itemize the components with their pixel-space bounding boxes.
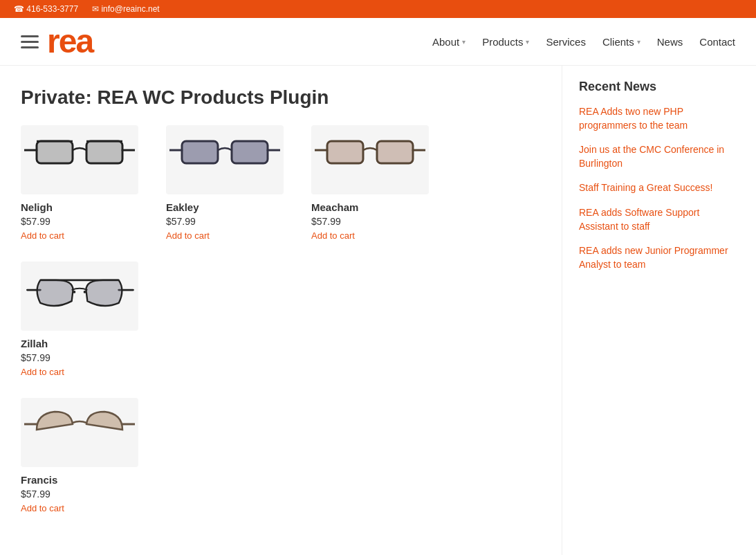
product-neligh: Neligh $57.99 Add to cart [21, 125, 152, 241]
product-image-eakley [166, 125, 284, 194]
product-price: $57.99 [311, 216, 443, 227]
product-price: $57.99 [21, 488, 152, 500]
chevron-down-icon: ▾ [526, 38, 529, 46]
nav-news[interactable]: News [657, 36, 683, 48]
hamburger-menu[interactable] [21, 35, 39, 48]
content-area: Private: REA WC Products Plugin [0, 66, 562, 555]
news-item-1: REA Adds two new PHP programmers to the … [579, 105, 739, 132]
product-name: Francis [21, 474, 152, 486]
nav-contact[interactable]: Contact [699, 36, 735, 48]
email-address: ✉ info@reainc.net [92, 4, 160, 14]
news-item-2: Join us at the CMC Conference in Burling… [579, 143, 739, 170]
product-price: $57.99 [166, 216, 297, 227]
logo-area: rea [21, 25, 93, 58]
phone-number: ☎ 416-533-3777 [14, 4, 78, 14]
add-to-cart-button[interactable]: Add to cart [21, 367, 64, 377]
product-meacham: Meacham $57.99 Add to cart [311, 125, 443, 241]
svg-rect-12 [377, 141, 413, 163]
product-row-2: Zillah $57.99 Add to cart [21, 262, 541, 377]
sidebar: Recent News REA Adds two new PHP program… [562, 66, 756, 555]
product-francis: Francis $57.99 Add to cart [21, 398, 152, 513]
product-zillah: Zillah $57.99 Add to cart [21, 262, 152, 377]
product-name: Zillah [21, 338, 152, 349]
chevron-down-icon: ▾ [462, 38, 465, 46]
svg-rect-7 [182, 141, 218, 163]
product-price: $57.99 [21, 216, 152, 227]
product-image-neligh [21, 125, 138, 194]
product-eakley: Eakley $57.99 Add to cart [166, 125, 297, 241]
top-bar: ☎ 416-533-3777 ✉ info@reainc.net [0, 0, 756, 18]
news-link-1[interactable]: REA Adds two new PHP programmers to the … [579, 106, 688, 131]
product-image-meacham [311, 125, 429, 194]
page-title: Private: REA WC Products Plugin [21, 86, 541, 109]
nav-services[interactable]: Services [546, 36, 586, 48]
main-container: Private: REA WC Products Plugin [0, 66, 756, 555]
add-to-cart-button[interactable]: Add to cart [166, 230, 210, 241]
product-price: $57.99 [21, 352, 152, 363]
news-link-5[interactable]: REA adds new Junior Programmer Analyst t… [579, 245, 728, 270]
product-row-3: Francis $57.99 Add to cart [21, 398, 541, 513]
svg-rect-11 [327, 141, 363, 163]
news-item-4: REA adds Software Support Assistant to s… [579, 206, 739, 233]
logo[interactable]: rea [47, 25, 93, 58]
svg-rect-1 [37, 141, 73, 163]
nav-products[interactable]: Products ▾ [482, 36, 529, 48]
product-name: Eakley [166, 201, 297, 213]
product-image-francis [21, 398, 138, 467]
svg-rect-2 [86, 141, 122, 163]
product-name: Meacham [311, 201, 443, 213]
news-item-5: REA adds new Junior Programmer Analyst t… [579, 244, 739, 271]
svg-rect-8 [232, 141, 268, 163]
product-image-zillah [21, 262, 138, 331]
product-row-1: Neligh $57.99 Add to cart Eakley $57.99 [21, 125, 541, 241]
news-item-3: Staff Training a Great Success! [579, 181, 739, 195]
add-to-cart-button[interactable]: Add to cart [21, 230, 64, 241]
nav-about[interactable]: About ▾ [432, 36, 465, 48]
chevron-down-icon: ▾ [637, 38, 640, 46]
svg-point-18 [84, 291, 86, 293]
add-to-cart-button[interactable]: Add to cart [311, 230, 355, 241]
news-link-2[interactable]: Join us at the CMC Conference in Burling… [579, 144, 724, 169]
add-to-cart-button[interactable]: Add to cart [21, 503, 64, 513]
svg-point-17 [73, 291, 76, 293]
news-link-3[interactable]: Staff Training a Great Success! [579, 182, 713, 193]
header: rea About ▾ Products ▾ Services Clients … [0, 18, 756, 66]
nav-clients[interactable]: Clients ▾ [602, 36, 640, 48]
product-name: Neligh [21, 201, 152, 213]
news-link-4[interactable]: REA adds Software Support Assistant to s… [579, 207, 699, 232]
sidebar-recent-news-title: Recent News [579, 80, 739, 94]
main-nav: About ▾ Products ▾ Services Clients ▾ Ne… [432, 36, 735, 48]
